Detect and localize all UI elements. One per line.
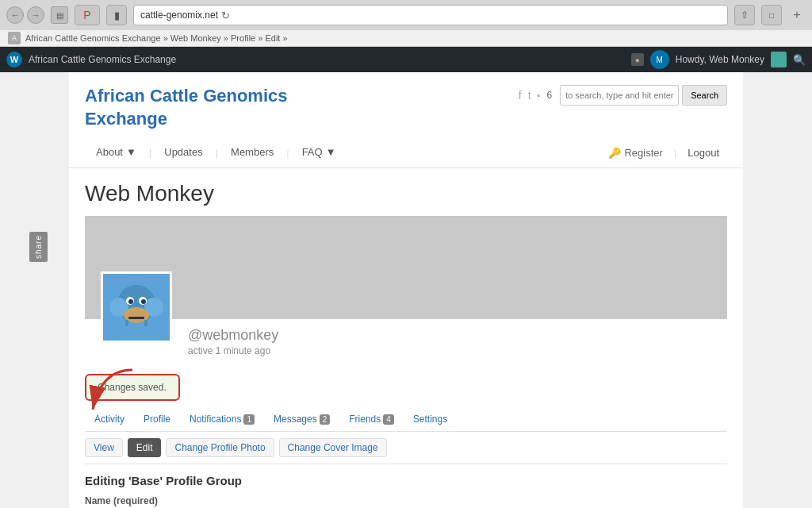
wp-site-name[interactable]: African Cattle Genomics Exchange — [29, 54, 176, 65]
wp-search-icon[interactable]: 🔍 — [793, 54, 806, 66]
nav-about[interactable]: About ▼ — [85, 138, 147, 167]
profile-info-area: @webmonkey active 1 minute ago — [85, 319, 727, 364]
tab-messages[interactable]: Messages 2 — [264, 407, 339, 431]
wp-logo-icon[interactable]: W — [6, 52, 22, 67]
tab-notifications[interactable]: Notifications 1 — [180, 407, 264, 431]
social-count: 6 — [546, 90, 552, 101]
page-title: Web Monkey — [85, 168, 727, 216]
forward-button[interactable]: → — [27, 6, 44, 24]
tab-activity[interactable]: Activity — [85, 407, 134, 431]
friends-badge: 4 — [383, 414, 394, 425]
info-bar-text: African Cattle Genomics Exchange » Web M… — [25, 33, 288, 43]
nav-updates[interactable]: Updates — [153, 138, 213, 167]
svg-rect-9 — [128, 317, 144, 319]
reload-button[interactable]: ↻ — [221, 10, 230, 21]
pinterest-button[interactable]: P — [75, 5, 100, 25]
wp-howdy-text: Howdy, Web Monkey — [676, 54, 764, 65]
info-bar-icon: A — [8, 32, 21, 44]
faq-arrow-icon: ▼ — [326, 146, 336, 158]
back-button[interactable]: ← — [6, 6, 24, 24]
key-icon: 🔑 — [608, 147, 621, 159]
info-bar: A African Cattle Genomics Exchange » Web… — [0, 30, 812, 47]
rss-icon[interactable]: ▪ — [538, 90, 541, 100]
wp-avatar[interactable]: M — [650, 50, 669, 69]
username-at-text: @webmonkey — [188, 327, 278, 343]
edit-section: Editing 'Base' Profile Group Name (requi… — [85, 464, 727, 508]
nav-register[interactable]: 🔑 Register — [600, 139, 670, 167]
svg-point-8 — [141, 299, 146, 304]
svg-point-7 — [128, 299, 133, 304]
nav-logout[interactable]: Logout — [680, 139, 727, 167]
subtab-view[interactable]: View — [85, 438, 123, 457]
nav-faq[interactable]: FAQ ▼ — [291, 138, 347, 167]
wp-admin-bar: W African Cattle Genomics Exchange ● M H… — [0, 47, 812, 72]
sub-tabs: View Edit Change Profile Photo Change Co… — [85, 432, 727, 464]
subtab-change-cover-image[interactable]: Change Cover Image — [279, 438, 387, 457]
cursor-button[interactable]: ▮ — [106, 5, 127, 25]
browser-share-button[interactable]: ⇧ — [734, 5, 755, 25]
share-button[interactable]: share — [29, 232, 48, 262]
address-bar[interactable]: cattle-genomix.net ↻ — [133, 5, 728, 25]
profile-tabs: Activity Profile Notifications 1 Message… — [85, 407, 727, 432]
main-content: African Cattle Genomics Exchange f t ▪ 6… — [69, 72, 743, 508]
svg-rect-10 — [125, 320, 128, 326]
nav-members[interactable]: Members — [220, 138, 285, 167]
nav-right: 🔑 Register | Logout — [600, 139, 727, 167]
facebook-icon[interactable]: f — [519, 89, 522, 102]
changes-saved-area: Changes saved. — [85, 374, 727, 401]
subtab-change-profile-photo[interactable]: Change Profile Photo — [166, 438, 274, 457]
site-title: African Cattle Genomics Exchange — [85, 85, 288, 130]
page-scroll-area: African Cattle Genomics Exchange f t ▪ 6… — [0, 72, 812, 508]
social-icons: f t ▪ 6 — [519, 89, 552, 102]
messages-badge: 2 — [320, 414, 331, 425]
name-field-label: Name (required) — [85, 495, 727, 506]
tab-profile[interactable]: Profile — [134, 407, 180, 431]
site-header: African Cattle Genomics Exchange f t ▪ 6… — [69, 72, 743, 168]
wp-notifications-button[interactable]: ● — [631, 53, 644, 66]
wp-avatar-img[interactable] — [771, 52, 787, 67]
share-sidebar: share — [29, 232, 48, 262]
edit-group-title: Editing 'Base' Profile Group — [85, 474, 727, 487]
active-status: active 1 minute ago — [188, 345, 727, 356]
search-button[interactable]: Search — [682, 85, 727, 106]
tab-friends[interactable]: Friends 4 — [339, 407, 404, 431]
browser-toolbar: ← → ▤ P ▮ cattle-genomix.net ↻ ⇧ □ + — [0, 0, 812, 30]
search-input[interactable] — [560, 85, 679, 106]
svg-rect-11 — [144, 320, 147, 326]
fullscreen-button[interactable]: □ — [761, 5, 782, 25]
new-tab-button[interactable]: + — [788, 6, 806, 24]
about-arrow-icon: ▼ — [126, 146, 136, 158]
profile-avatar[interactable] — [101, 271, 172, 343]
avatar-image — [103, 274, 170, 341]
twitter-icon[interactable]: t — [528, 89, 531, 102]
page-content: share Web Monkey — [69, 168, 743, 508]
profile-banner — [85, 216, 727, 319]
changes-saved-notification: Changes saved. — [85, 374, 180, 401]
search-box: Search — [560, 85, 727, 106]
username-display: @webmonkey — [188, 327, 727, 344]
notifications-badge: 1 — [243, 414, 255, 425]
site-nav: About ▼ | Updates | Members | FAQ ▼ — [85, 138, 727, 167]
tab-settings[interactable]: Settings — [404, 407, 457, 431]
subtab-edit[interactable]: Edit — [128, 438, 162, 457]
window-toggle-button[interactable]: ▤ — [51, 6, 68, 24]
url-text: cattle-genomix.net — [140, 10, 218, 21]
